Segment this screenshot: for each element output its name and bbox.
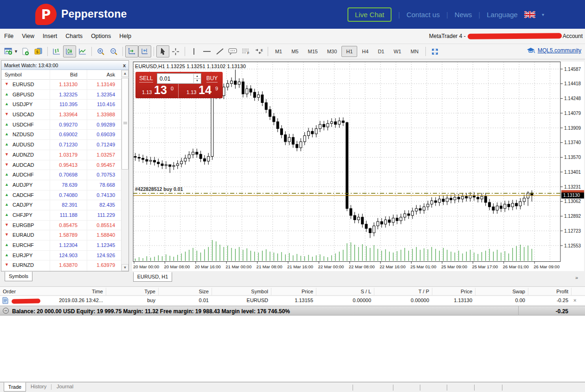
order-column-time-1[interactable]: Time <box>71 289 103 294</box>
menu-help[interactable]: Help <box>115 31 135 41</box>
tab-journal[interactable]: Journal <box>57 384 73 389</box>
order-column-tp-7[interactable]: T / P <box>397 289 429 294</box>
collapse-icon[interactable]: − <box>3 308 9 314</box>
market-row-audcad[interactable]: ▼AUDCAD0.954130.95457 <box>1 160 122 171</box>
timeframe-mn[interactable]: MN <box>406 46 423 57</box>
tab-trade[interactable]: Trade <box>4 382 26 392</box>
order-column-swap-9[interactable]: Swap <box>493 289 525 294</box>
tab-symbols[interactable]: Symbols <box>5 272 32 281</box>
market-row-usdcad[interactable]: ▼USDCAD1.339641.33988 <box>1 110 122 120</box>
news-link[interactable]: News <box>455 11 472 19</box>
contact-us-link[interactable]: Contact us <box>406 11 440 19</box>
new-chart-button[interactable] <box>2 45 15 57</box>
symbol-name: NZDUSD <box>13 132 34 137</box>
market-row-usdchf[interactable]: ▲USDCHF0.992700.99289 <box>1 120 122 130</box>
column-symbol[interactable]: Symbol <box>5 72 22 77</box>
order-row[interactable]: × 2019.03.26 13:42...buy0.01EURUSD1.1315… <box>0 296 585 305</box>
close-order-icon[interactable]: × <box>573 297 576 303</box>
cursor-tool-button[interactable] <box>156 45 169 57</box>
market-row-eurgbp[interactable]: ▼EURGBP0.854750.85514 <box>1 221 122 231</box>
order-column-sl-6[interactable]: S / L <box>339 289 371 294</box>
market-row-euraud[interactable]: ▼EURAUD1.587891.58840 <box>1 230 122 240</box>
timeframe-m30[interactable]: M30 <box>322 46 341 57</box>
candlestick-mode-button[interactable] <box>63 45 76 57</box>
zoom-out-button[interactable] <box>107 45 120 57</box>
timeframe-m15[interactable]: M15 <box>303 46 322 57</box>
order-column-price-5[interactable]: Price <box>281 289 313 294</box>
timeframe-h1[interactable]: H1 <box>341 46 357 57</box>
column-ask[interactable]: Ask <box>107 72 115 77</box>
market-row-audnzd[interactable]: ▼AUDNZD1.031791.03257 <box>1 150 122 160</box>
language-caret-icon[interactable]: ▾ <box>542 12 544 17</box>
menu-options[interactable]: Options <box>87 31 115 41</box>
chart-shift-button[interactable] <box>138 45 151 57</box>
order-column-symbol-4[interactable]: Symbol <box>236 289 268 294</box>
column-bid[interactable]: Bid <box>70 72 77 77</box>
stepper-down-icon[interactable]: ▼ <box>194 79 200 83</box>
timeframe-h4[interactable]: H4 <box>357 46 373 57</box>
window-title: MetaTrader 4 - Account <box>429 33 583 39</box>
timeframe-w1[interactable]: W1 <box>389 46 406 57</box>
auto-scroll-button[interactable] <box>125 45 138 57</box>
market-watch-scrollbar[interactable]: ▲ ▼ <box>121 70 129 271</box>
menu-file[interactable]: File <box>0 31 18 41</box>
mql5-community-link[interactable]: MQL5.community <box>527 47 581 54</box>
chart-panel[interactable]: #422828512 buy 0.011.145871.144181.14248… <box>132 62 584 271</box>
uk-flag-icon[interactable] <box>524 11 535 18</box>
sell-button[interactable]: SELL <box>136 73 156 83</box>
market-row-chfjpy[interactable]: ▲CHFJPY111.188111.229 <box>1 210 122 221</box>
fibonacci-tool-button[interactable]: F <box>239 45 252 57</box>
tab-chart-eurusd-h1[interactable]: EURUSD, H1 <box>133 272 172 282</box>
timeframe-m1[interactable]: M1 <box>270 46 287 57</box>
market-row-audjpy[interactable]: ▲AUDJPY78.63978.668 <box>1 180 122 190</box>
one-click-trading-widget: SELL 0.01 ▲ ▼ BUY 1.13 13 0 1.13 14 9 <box>135 72 223 98</box>
buy-button[interactable]: BUY <box>202 73 222 83</box>
order-column-type-2[interactable]: Type <box>123 289 155 294</box>
order-column-order-0[interactable]: Order <box>3 289 16 294</box>
buy-price[interactable]: 1.13 14 9 <box>179 84 222 98</box>
market-row-cadjpy[interactable]: ▲CADJPY82.39182.435 <box>1 200 122 210</box>
trendline-tool-button[interactable] <box>213 45 226 57</box>
order-column-profit-10[interactable]: Profit <box>536 289 568 294</box>
tab-history[interactable]: History <box>31 384 46 389</box>
vertical-line-tool-button[interactable] <box>187 45 200 57</box>
stepper-up-icon[interactable]: ▲ <box>194 74 200 79</box>
menu-charts[interactable]: Charts <box>61 31 87 41</box>
scroll-down-icon[interactable]: ▼ <box>122 264 129 271</box>
zoom-in-button[interactable] <box>94 45 107 57</box>
line-chart-mode-button[interactable] <box>76 45 89 57</box>
order-column-size-3[interactable]: Size <box>176 289 209 294</box>
market-row-eurchf[interactable]: ▲EURCHF1.123041.12345 <box>1 240 122 251</box>
language-link[interactable]: Language <box>487 11 518 19</box>
text-label-tool-button[interactable] <box>226 45 239 57</box>
market-row-gbpusd[interactable]: ▲GBPUSD1.323251.32354 <box>1 90 122 100</box>
scrollbar-thumb[interactable] <box>122 78 129 170</box>
live-chat-button[interactable]: Live Chat <box>347 7 392 22</box>
menu-insert[interactable]: Insert <box>39 31 61 41</box>
arrows-tool-button[interactable]: E <box>252 45 265 57</box>
lot-size-input[interactable]: 0.01 ▲ ▼ <box>157 73 201 84</box>
chart-tabs-overflow-icon[interactable]: » <box>575 275 578 280</box>
market-row-cadchf[interactable]: ▲CADCHF0.740800.74130 <box>1 190 122 201</box>
market-row-nzdusd[interactable]: ▲NZDUSD0.690020.69039 <box>1 130 122 140</box>
market-row-audusd[interactable]: ▲AUDUSD0.712300.71249 <box>1 140 122 150</box>
market-row-eurjpy[interactable]: ▲EURJPY124.903124.926 <box>1 251 122 261</box>
fullscreen-button[interactable] <box>428 45 441 57</box>
market-row-usdjpy[interactable]: ▲USDJPY110.395110.416 <box>1 100 122 110</box>
market-row-eurusd[interactable]: ▼EURUSD1.131301.13149 <box>1 80 122 90</box>
timeframe-m5[interactable]: M5 <box>287 46 303 57</box>
market-watch-close-icon[interactable]: x <box>123 63 126 68</box>
new-chart-dropdown-caret[interactable]: ▼ <box>14 49 18 54</box>
horizontal-line-tool-button[interactable] <box>200 45 213 57</box>
deposit-button[interactable]: $ <box>32 45 45 57</box>
new-order-button[interactable] <box>19 45 32 57</box>
bar-chart-mode-button[interactable] <box>50 45 63 57</box>
timeframe-d1[interactable]: D1 <box>373 46 389 57</box>
market-row-audchf[interactable]: ▲AUDCHF0.706980.70753 <box>1 170 122 180</box>
sell-price[interactable]: 1.13 13 0 <box>135 84 179 98</box>
menu-view[interactable]: View <box>18 31 39 41</box>
market-row-eurnzd[interactable]: ▼EURNZD1.638701.63979 <box>1 260 122 271</box>
scroll-up-icon[interactable]: ▲ <box>122 70 129 77</box>
order-column-price-8[interactable]: Price <box>440 289 472 294</box>
crosshair-tool-button[interactable] <box>169 45 182 57</box>
